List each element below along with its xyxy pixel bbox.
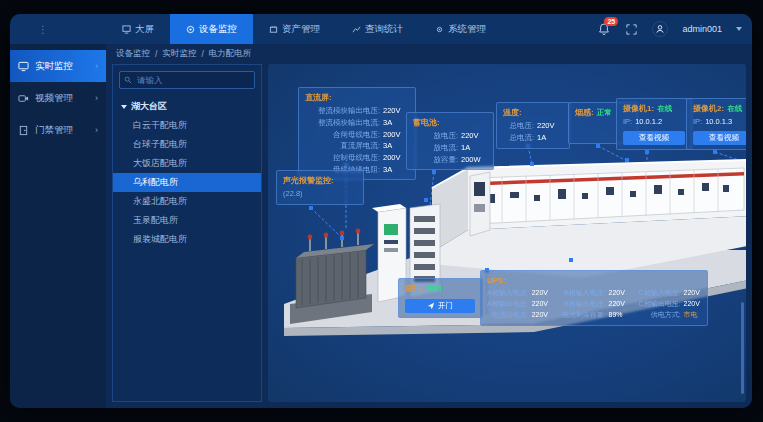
field-label: B相输出电压: xyxy=(562,299,606,310)
search-input[interactable] xyxy=(135,74,250,86)
sound-light-alarm-panel: 声光报警监控: (22.8) xyxy=(276,170,364,205)
username[interactable]: admin001 xyxy=(682,24,722,34)
ip-label: IP: xyxy=(623,116,632,128)
open-door-button[interactable]: 开门 xyxy=(405,299,475,313)
sidebar-item-label: 门禁管理 xyxy=(35,124,73,137)
field-label: 放容量: xyxy=(413,154,458,166)
panel-title: 烟感: xyxy=(575,107,594,119)
asset-icon xyxy=(269,25,278,34)
breadcrumb: 设备监控 / 实时监控 / 电力配电所 xyxy=(106,44,752,64)
tab-label: 系统管理 xyxy=(448,23,486,36)
field-label: 电池组电压: xyxy=(487,310,529,321)
panel-title: 温度: xyxy=(503,107,563,119)
field-value: 200W xyxy=(461,154,487,166)
panel-title: 摄像机2: xyxy=(693,103,724,115)
transformer[interactable] xyxy=(290,229,374,324)
field-label: A相输出电压: xyxy=(487,299,529,310)
fullscreen-icon[interactable] xyxy=(625,23,638,36)
field-value: 1A xyxy=(537,132,563,144)
chevron-down-icon[interactable] xyxy=(736,27,742,31)
caret-down-icon xyxy=(121,105,127,109)
tab-asset-management[interactable]: 资产管理 xyxy=(253,14,336,44)
door-panel: 后门:关闭 开门 xyxy=(398,278,482,318)
tab-label: 资产管理 xyxy=(282,23,320,36)
video-camera-icon xyxy=(18,93,29,104)
sidebar-item-access-control[interactable]: 门禁管理 › xyxy=(10,114,106,146)
field-label: 总电流: xyxy=(503,132,534,144)
field-value: 220V xyxy=(461,130,487,142)
view-video-button[interactable]: 查看视频 xyxy=(693,131,746,145)
tab-dashboard[interactable]: 大屏 xyxy=(106,14,170,44)
chevron-right-icon: › xyxy=(95,93,98,103)
tree-item-substation[interactable]: 永盛北配电所 xyxy=(113,192,261,211)
tab-query-statistics[interactable]: 查询统计 xyxy=(336,14,419,44)
breadcrumb-separator: / xyxy=(201,49,203,59)
button-label: 查看视频 xyxy=(639,133,669,143)
tree-item-substation[interactable]: 大饭店配电所 xyxy=(113,154,261,173)
send-icon xyxy=(427,302,435,310)
field-value: 220V xyxy=(537,120,563,132)
content-area: 设备监控 / 实时监控 / 电力配电所 湖大台区 白云干配 xyxy=(106,44,752,408)
tree-root-node[interactable]: 湖大台区 xyxy=(113,97,261,116)
field-value: 220V xyxy=(684,288,706,299)
ip-value: 10.0.1.3 xyxy=(705,116,732,128)
navbar-right: 25 admin001 xyxy=(597,21,742,37)
ip-label: IP: xyxy=(693,116,702,128)
notification-badge: 25 xyxy=(604,17,618,26)
panel-title: 蓄电池: xyxy=(413,117,487,129)
panel-title: UPS: xyxy=(487,275,701,287)
sidebar-item-realtime-monitoring[interactable]: 实时监控 › xyxy=(10,50,106,82)
monitoring-canvas[interactable]: 直流屏: 整流模块输出电压:220V 整流模块输出电流:3A 合闸母线电压:20… xyxy=(268,64,746,402)
dc-screen-data-panel: 直流屏: 整流模块输出电压:220V 整流模块输出电流:3A 合闸母线电压:20… xyxy=(298,87,416,180)
sidebar-item-label: 实时监控 xyxy=(35,60,73,73)
tree-item-substation-selected[interactable]: 乌利配电所 xyxy=(113,173,261,192)
sidebar-item-label: 视频管理 xyxy=(35,92,73,105)
screen-icon xyxy=(122,25,131,34)
nav-tabs: 大屏 设备监控 资产管理 查询统计 系统管理 xyxy=(106,14,502,44)
panel-title: 直流屏: xyxy=(305,92,409,104)
field-value: 220V xyxy=(532,288,554,299)
tree-item-substation[interactable]: 白云干配电所 xyxy=(113,116,261,135)
content-row: 湖大台区 白云干配电所 台球子配电所 大饭店配电所 乌利配电所 永盛北配电所 玉… xyxy=(106,64,752,408)
button-label: 查看视频 xyxy=(709,133,739,143)
ups-grid: A相输入电压:220V B相输入电压:220V C相输入电压:220V A相输出… xyxy=(487,288,701,321)
field-value: 220V xyxy=(532,299,554,310)
scrollbar[interactable] xyxy=(741,302,744,394)
user-icon xyxy=(655,24,665,34)
monitor-icon xyxy=(186,25,195,34)
avatar[interactable] xyxy=(652,21,668,37)
notifications-button[interactable]: 25 xyxy=(597,22,611,36)
chevron-right-icon: › xyxy=(95,61,98,71)
tree-item-substation[interactable]: 玉泉配电所 xyxy=(113,211,261,230)
field-value: 220V xyxy=(609,299,631,310)
stats-icon xyxy=(352,25,361,34)
app-window: ⋮ 大屏 设备监控 资产管理 查询统计 系统管理 xyxy=(10,14,752,408)
view-video-button[interactable]: 查看视频 xyxy=(623,131,685,145)
sidebar: 实时监控 › 视频管理 › 门禁管理 › xyxy=(10,44,106,408)
chevron-right-icon: › xyxy=(95,125,98,135)
camera1-panel: 摄像机1:在线 IP:10.0.1.2 查看视频 xyxy=(616,98,692,150)
breadcrumb-item[interactable]: 设备监控 xyxy=(116,48,150,60)
field-value: 220V xyxy=(609,288,631,299)
field-label: C相输入电压: xyxy=(639,288,681,299)
gear-icon xyxy=(435,25,444,34)
tab-system-management[interactable]: 系统管理 xyxy=(419,14,502,44)
camera2-panel: 摄像机2:在线 IP:10.0.1.3 查看视频 xyxy=(686,98,746,150)
sidebar-item-video-management[interactable]: 视频管理 › xyxy=(10,82,106,114)
breadcrumb-item[interactable]: 实时监控 xyxy=(162,48,196,60)
tree-root-label: 湖大台区 xyxy=(131,100,167,113)
menu-icon[interactable]: ⋮ xyxy=(38,24,52,35)
field-label: A相输入电压: xyxy=(487,288,529,299)
battery-data-panel: 蓄电池: 放电压:220V 放电流:1A 放容量:200W xyxy=(406,112,494,170)
field-label: 整流模块输出电流: xyxy=(305,117,380,129)
tree-search[interactable] xyxy=(119,71,255,89)
tab-label: 设备监控 xyxy=(199,23,237,36)
door-icon xyxy=(18,125,29,136)
field-label: B相输入电压: xyxy=(562,288,606,299)
tree-item-substation[interactable]: 服装城配电所 xyxy=(113,230,261,249)
tree-item-substation[interactable]: 台球子配电所 xyxy=(113,135,261,154)
field-value: 220V xyxy=(532,310,554,321)
entrance-cabinet[interactable] xyxy=(470,172,490,236)
tab-device-monitoring[interactable]: 设备监控 xyxy=(170,14,253,44)
field-label: 控制母线电压: xyxy=(305,152,380,164)
